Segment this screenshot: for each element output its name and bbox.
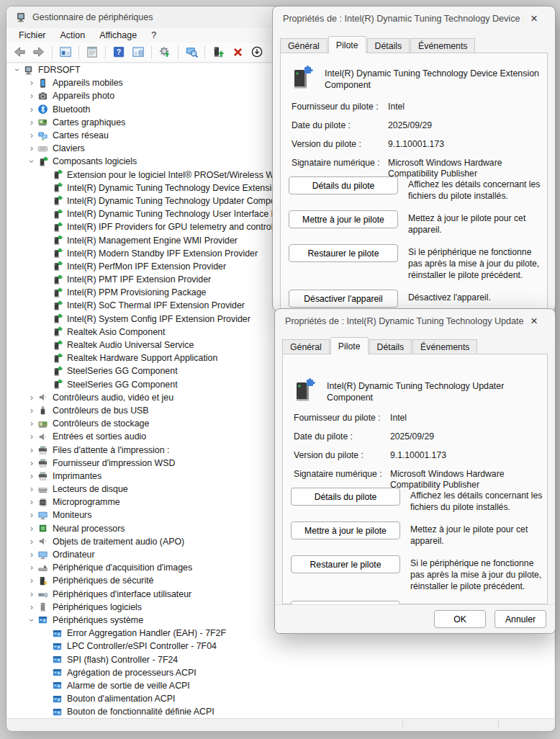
chevron-right-icon[interactable]: › xyxy=(26,419,37,428)
mettre-à-jour-le-pilote-button[interactable]: Mettre à jour le pilote xyxy=(289,210,398,228)
cancel-button[interactable]: Annuler xyxy=(494,610,546,628)
disable-device-button[interactable] xyxy=(248,44,266,61)
driver-field-row: Version du pilote :9.1.10001.173 xyxy=(292,139,542,151)
field-label: Fournisseur du pilote : xyxy=(292,102,388,113)
chevron-down-icon[interactable]: › xyxy=(27,156,36,167)
forward-button[interactable] xyxy=(30,44,48,61)
chevron-right-icon[interactable]: › xyxy=(26,524,37,533)
security-icon xyxy=(37,575,49,586)
field-value: 9.1.10001.173 xyxy=(390,450,542,462)
tab-événements[interactable]: Événements xyxy=(412,339,477,354)
tree-item-label: FDRSOFT xyxy=(38,65,81,75)
chevron-right-icon[interactable]: › xyxy=(26,91,37,100)
tree-item[interactable]: Bouton d'alimentation ACPI xyxy=(7,692,554,705)
tab-événements[interactable]: Événements xyxy=(410,38,475,53)
help-button[interactable]: ? xyxy=(110,44,127,61)
chevron-right-icon[interactable]: › xyxy=(26,603,37,612)
chevron-right-icon[interactable]: › xyxy=(26,79,37,87)
tab-détails[interactable]: Détails xyxy=(367,38,410,53)
software-component-icon xyxy=(52,379,63,390)
npu-icon xyxy=(37,523,48,534)
tree-item-label: LPC Controller/eSPI Controller - 7F04 xyxy=(67,641,217,651)
software-component-icon xyxy=(52,169,63,180)
software-component-icon xyxy=(52,182,63,193)
chevron-right-icon[interactable]: › xyxy=(26,144,37,153)
storage-icon xyxy=(37,418,48,429)
chevron-right-icon[interactable]: › xyxy=(26,472,37,480)
ok-button[interactable]: OK xyxy=(434,610,486,628)
menu-item-fichier[interactable]: Fichier xyxy=(12,29,53,42)
chevron-right-icon[interactable]: › xyxy=(26,118,37,127)
tree-item-label: Claviers xyxy=(53,143,85,153)
chevron-right-icon[interactable]: › xyxy=(26,432,37,441)
properties-button[interactable] xyxy=(83,44,101,61)
chevron-right-icon[interactable]: › xyxy=(26,406,37,415)
close-icon[interactable]: × xyxy=(523,313,545,330)
chevron-right-icon[interactable]: › xyxy=(26,563,37,572)
tab-général[interactable]: Général xyxy=(282,339,330,354)
chevron-down-icon[interactable]: › xyxy=(27,614,36,626)
system-device-icon xyxy=(37,614,48,625)
field-label: Fournisseur du pilote : xyxy=(294,413,390,424)
software-component-device-icon xyxy=(291,378,317,404)
chevron-right-icon[interactable]: › xyxy=(26,550,37,559)
détails-du-pilote-button[interactable]: Détails du pilote xyxy=(289,176,398,194)
usb-icon xyxy=(37,405,49,416)
dialog-titlebar[interactable]: Propriétés de : Intel(R) Dynamic Tuning … xyxy=(275,309,555,333)
tab-détails[interactable]: Détails xyxy=(369,339,412,354)
tab-général[interactable]: Général xyxy=(280,38,328,53)
tab-pilote[interactable]: Pilote xyxy=(330,337,369,354)
restaurer-le-pilote-button[interactable]: Restaurer le pilote xyxy=(291,555,400,573)
chevron-right-icon[interactable]: › xyxy=(26,393,37,402)
software-component-icon xyxy=(52,313,63,324)
action-description: Affichez les détails concernant les fich… xyxy=(400,488,545,513)
tree-item[interactable]: Agrégation de processeurs ACPI xyxy=(7,666,554,679)
chevron-right-icon[interactable]: › xyxy=(26,590,37,599)
chevron-right-icon[interactable]: › xyxy=(26,511,37,519)
field-value: 2025/09/29 xyxy=(390,431,542,443)
chevron-right-icon[interactable]: › xyxy=(26,131,37,140)
tree-item-label: Composants logiciels xyxy=(53,156,137,166)
tree-item[interactable]: Bouton de fonctionnalité définie ACPI xyxy=(7,705,554,718)
tab-pilote[interactable]: Pilote xyxy=(328,36,366,53)
tree-item[interactable]: LPC Controller/eSPI Controller - 7F04 xyxy=(7,640,554,653)
tree-item[interactable]: SPI (flash) Controller - 7F24 xyxy=(7,653,554,666)
mettre-à-jour-le-pilote-button[interactable]: Mettre à jour le pilote xyxy=(291,521,400,539)
chevron-right-icon[interactable]: › xyxy=(26,537,37,546)
back-button[interactable] xyxy=(11,44,28,61)
disk-icon xyxy=(37,484,48,495)
chevron-right-icon[interactable]: › xyxy=(26,459,37,467)
action-pane-icon xyxy=(132,45,145,59)
chevron-right-icon[interactable]: › xyxy=(26,446,37,454)
tree-item-label: Intel(R) Dynamic Tuning Technology User … xyxy=(67,209,289,219)
action-pane-button[interactable] xyxy=(130,44,147,61)
chevron-down-icon[interactable]: › xyxy=(13,64,22,76)
restaurer-le-pilote-button[interactable]: Restaurer le pilote xyxy=(289,244,398,262)
chevron-right-icon[interactable]: › xyxy=(26,576,37,585)
menu-item-?[interactable]: ? xyxy=(145,29,163,42)
tree-item-label: Realtek Hardware Support Application xyxy=(67,353,217,363)
software-component-icon xyxy=(52,300,63,311)
dialog-titlebar[interactable]: Propriétés de : Intel(R) Dynamic Tuning … xyxy=(273,6,555,31)
software-component-icon xyxy=(52,195,63,206)
désactiver-l-appareil-button[interactable]: Désactiver l'appareil xyxy=(289,290,398,308)
console-tree-icon xyxy=(59,45,73,59)
action-description: Affichez les détails concernant les fich… xyxy=(398,176,545,202)
uninstall-device-button[interactable] xyxy=(229,44,246,61)
chevron-right-icon[interactable]: › xyxy=(26,105,37,114)
close-icon[interactable]: × xyxy=(523,10,545,27)
chevron-right-icon[interactable]: › xyxy=(26,498,37,506)
menu-item-action[interactable]: Action xyxy=(54,29,92,42)
console-tree-button[interactable] xyxy=(57,44,74,61)
détails-du-pilote-button[interactable]: Détails du pilote xyxy=(291,488,400,506)
scan-changes-button[interactable] xyxy=(156,44,173,61)
tree-item-label: Extension pour le logiciel Intel® PROSet… xyxy=(67,170,284,180)
search-devices-button[interactable] xyxy=(183,44,200,61)
menu-item-affichage[interactable]: Affichage xyxy=(93,29,143,42)
chevron-right-icon[interactable]: › xyxy=(26,485,37,493)
software-component-icon xyxy=(52,340,63,351)
tree-item[interactable]: Alarme de sortie de veille ACPI xyxy=(7,679,554,692)
tree-item-label: Contrôleurs audio, vidéo et jeu xyxy=(53,393,173,403)
update-driver-button[interactable] xyxy=(209,44,227,61)
tree-item-label: Realtek Asio Component xyxy=(67,327,165,337)
